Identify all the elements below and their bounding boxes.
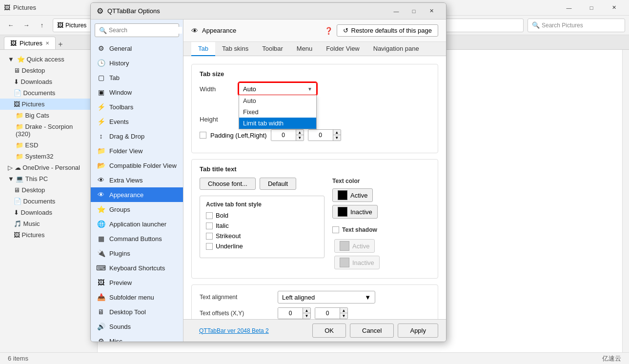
sidebar-search-box[interactable]: 🔍 [95, 23, 179, 37]
minimize-button[interactable]: — [558, 0, 580, 16]
content-tab-tab-skins[interactable]: Tab skins [215, 42, 255, 56]
padding-checkbox[interactable] [200, 132, 206, 139]
modal-minimize-button[interactable]: — [387, 5, 405, 18]
nav-item-extra-views[interactable]: 👁 Extra Views [91, 173, 183, 187]
sidebar-desktop[interactable]: 🖥 Desktop [0, 65, 97, 76]
nav-item-drag-drop[interactable]: ↕ Drag & Drop [91, 129, 183, 143]
apply-button[interactable]: Apply [398, 324, 438, 338]
nav-item-folder-view[interactable]: 📁 Folder View [91, 143, 183, 158]
folder-view-icon: 📁 [97, 146, 105, 155]
nav-item-window[interactable]: ▣ Window [91, 85, 183, 100]
text-offset-y-up[interactable]: ▲ [340, 308, 347, 313]
nav-item-compatible-folder[interactable]: 📂 Compatible Folder View [91, 158, 183, 173]
choose-font-button[interactable]: Choose font... [200, 178, 256, 190]
italic-row[interactable]: Italic [206, 222, 318, 229]
nav-item-sounds[interactable]: 🔊 Sounds [91, 319, 183, 334]
up-button[interactable]: ↑ [35, 19, 49, 32]
strikeout-row[interactable]: Strikeout [206, 232, 318, 240]
sidebar-search-input[interactable] [109, 27, 182, 34]
nav-item-events[interactable]: ⚡ Events [91, 114, 183, 129]
nav-item-tab[interactable]: ▢ Tab [91, 70, 183, 85]
tab-add-button[interactable]: + [56, 40, 65, 49]
nav-item-general[interactable]: ⚙ General [91, 41, 183, 56]
text-alignment-dropdown-button[interactable]: Left aligned ▼ [278, 291, 375, 303]
nav-item-command-buttons[interactable]: ▦ Command Buttons [91, 231, 183, 246]
footer-buttons: OK Cancel Apply [304, 320, 446, 342]
cancel-button[interactable]: Cancel [350, 324, 394, 338]
content-tab-menu[interactable]: Menu [290, 42, 320, 56]
option-auto[interactable]: Auto [239, 95, 316, 106]
ok-button[interactable]: OK [312, 324, 346, 338]
nav-item-desktop-tool[interactable]: 🖥 Desktop Tool [91, 304, 183, 319]
nav-item-keyboard-shortcuts[interactable]: ⌨ Keyboard Shortcuts [91, 261, 183, 275]
sidebar-pc-downloads[interactable]: ⬇ Downloads [0, 207, 97, 218]
nav-item-misc[interactable]: ⚙ Misc. [91, 334, 183, 342]
sidebar-pc-documents[interactable]: 📄 Documents [0, 196, 97, 207]
height-label: Height [200, 116, 239, 123]
bold-row[interactable]: Bold [206, 212, 318, 219]
back-button[interactable]: ← [4, 19, 18, 32]
nav-item-appearance[interactable]: 👁 Appearance [91, 187, 183, 202]
close-button[interactable]: ✕ [603, 0, 625, 16]
strikeout-checkbox[interactable] [206, 233, 213, 240]
sidebar-pc-music[interactable]: 🎵 Music [0, 218, 97, 229]
nav-item-plugins[interactable]: 🔌 Plugins [91, 246, 183, 261]
sidebar-drake[interactable]: 📁 Drake - Scorpion (320) [0, 121, 97, 140]
text-offset-y-input[interactable] [315, 308, 340, 319]
inactive-color-button[interactable]: Inactive [332, 205, 378, 219]
sidebar-pc-pictures[interactable]: 🖼 Pictures [0, 229, 97, 241]
modal-maximize-button[interactable]: □ [405, 5, 423, 18]
sidebar-pc-desktop[interactable]: 🖥 Desktop [0, 184, 97, 196]
underline-row[interactable]: Underline [206, 243, 318, 250]
explorer-search[interactable]: 🔍 Search Pictures [528, 19, 625, 32]
nav-item-app-launcher[interactable]: 🌐 Application launcher [91, 217, 183, 231]
option-limit-tab-width[interactable]: Limit tab width [239, 118, 316, 129]
text-offset-x-down[interactable]: ▼ [303, 313, 310, 319]
content-title: Appearance [202, 27, 236, 34]
option-fixed[interactable]: Fixed [239, 106, 316, 118]
text-offset-x-input[interactable] [278, 308, 303, 319]
nav-item-history[interactable]: 🕒 History [91, 56, 183, 70]
nav-item-groups[interactable]: ⭐ Groups [91, 202, 183, 217]
sidebar-quick-access[interactable]: ▼⭐ Quick access [0, 54, 97, 65]
active-color-button[interactable]: Active [332, 188, 373, 202]
nav-item-toolbars[interactable]: ⚡ Toolbars [91, 100, 183, 114]
text-offset-x-up[interactable]: ▲ [303, 308, 310, 313]
nav-item-subfolder-menu[interactable]: 📥 Subfolder menu [91, 290, 183, 304]
help-icon[interactable]: ❓ [325, 27, 333, 35]
tab-close-icon[interactable]: ✕ [45, 40, 49, 46]
sidebar-pictures[interactable]: 🖼 Pictures [0, 99, 97, 110]
forward-button[interactable]: → [20, 19, 33, 32]
content-tab-tab[interactable]: Tab [191, 42, 215, 56]
padding-spin-up-2[interactable]: ▲ [333, 130, 341, 135]
nav-item-preview[interactable]: 🖼 Preview [91, 275, 183, 290]
content-tab-navigation-pane[interactable]: Navigation pane [366, 42, 426, 56]
sidebar-thispc[interactable]: ▼ 💻 This PC [0, 173, 97, 184]
content-tab-folder-view[interactable]: Folder View [319, 42, 366, 56]
text-offset-y-down[interactable]: ▼ [340, 313, 347, 319]
width-dropdown-button[interactable]: Auto ▼ [239, 82, 317, 95]
underline-checkbox[interactable] [206, 243, 213, 250]
padding-spin-down-1[interactable]: ▼ [296, 135, 304, 141]
text-shadow-checkbox[interactable] [332, 226, 339, 233]
sidebar-system32[interactable]: 📁 System32 [0, 151, 97, 162]
sidebar-esd[interactable]: 📁 ESD [0, 140, 97, 151]
content-tab-toolbar[interactable]: Toolbar [255, 42, 290, 56]
bold-checkbox[interactable] [206, 212, 213, 219]
italic-checkbox[interactable] [206, 222, 213, 229]
qttabbar-version-link[interactable]: QTTabBar ver 2048 Beta 2 [191, 323, 277, 339]
sidebar-big-cats[interactable]: 📁 Big Cats [0, 110, 97, 121]
maximize-button[interactable]: □ [580, 0, 603, 16]
nav-label-preview: Preview [109, 279, 132, 286]
padding-spin-down-2[interactable]: ▼ [333, 135, 341, 141]
sidebar-documents[interactable]: 📄 Documents [0, 87, 97, 99]
padding-spin-up-1[interactable]: ▲ [296, 130, 304, 135]
default-font-button[interactable]: Default [260, 178, 296, 190]
tab-pictures[interactable]: 🖼 Pictures ✕ [4, 37, 56, 49]
sidebar-onedrive[interactable]: ▷ ☁ OneDrive - Personal [0, 162, 97, 173]
sidebar-downloads[interactable]: ⬇ Downloads [0, 76, 97, 87]
padding-input-2[interactable] [308, 130, 333, 141]
restore-defaults-button[interactable]: ↺ Restore defaults of this page [337, 24, 439, 37]
modal-close-button[interactable]: ✕ [423, 5, 440, 18]
padding-input-1[interactable] [271, 130, 296, 141]
